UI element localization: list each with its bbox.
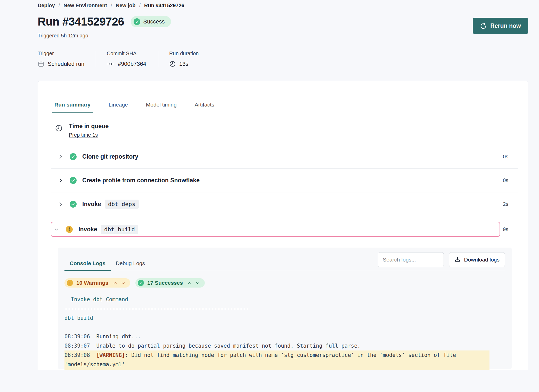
breadcrumb-separator: / <box>111 3 112 9</box>
breadcrumb-current-run: Run #341529726 <box>144 3 184 9</box>
rerun-now-button[interactable]: Rerun now <box>473 18 528 34</box>
download-logs-label: Download logs <box>464 257 500 263</box>
clock-icon <box>55 123 63 138</box>
warning-icon: ! <box>66 226 73 233</box>
breadcrumb-deploy[interactable]: Deploy <box>38 3 55 9</box>
step-command-chip: dbt deps <box>105 200 139 209</box>
warnings-badge[interactable]: ! 10 Warnings <box>64 278 130 288</box>
step-label: Invoke <box>82 201 101 208</box>
success-check-icon <box>70 201 77 208</box>
time-in-queue-section: Time in queue Prep time 1s <box>51 113 518 145</box>
breadcrumb-job[interactable]: New job <box>116 3 136 9</box>
caret-up-icon[interactable] <box>113 281 117 285</box>
console-log-output: Invoke dbt Command ---------------------… <box>64 295 505 370</box>
success-check-icon <box>70 177 77 184</box>
download-icon <box>454 257 461 263</box>
prep-time-link[interactable]: Prep time 1s <box>69 132 98 138</box>
chevron-down-icon[interactable] <box>54 227 60 232</box>
step-duration: 0s <box>500 154 518 160</box>
chevron-right-icon[interactable] <box>58 178 63 183</box>
step-create-profile[interactable]: Create profile from connection Snowflake… <box>51 169 518 192</box>
log-divider-line: ----------------------------------------… <box>64 304 505 313</box>
caret-down-icon[interactable] <box>121 281 125 285</box>
log-command-header: Invoke dbt Command <box>64 295 505 304</box>
card-tabs: Run summary Lineage Model timing Artifac… <box>51 102 518 113</box>
download-logs-button[interactable]: Download logs <box>449 252 505 267</box>
meta-commit-value: #900b7364 <box>118 61 146 67</box>
warnings-badge-label: 10 Warnings <box>76 280 108 286</box>
step-invoke-dbt-build[interactable]: ! Invoke dbt build <box>51 222 500 237</box>
warning-icon: ! <box>67 280 73 286</box>
step-invoke-dbt-deps[interactable]: Invoke dbt deps 2s <box>51 192 518 216</box>
search-logs-input[interactable] <box>378 252 444 267</box>
tab-debug-logs[interactable]: Debug Logs <box>111 255 150 271</box>
step-command-chip: dbt build <box>101 225 138 234</box>
meta-duration: Run duration 13s <box>169 51 221 67</box>
logs-actions: Download logs <box>378 252 505 267</box>
successes-badge-label: 17 Successes <box>147 280 183 286</box>
step-duration: 9s <box>500 226 518 232</box>
step-label: Invoke <box>78 226 97 233</box>
successes-badge[interactable]: 17 Successes <box>135 278 205 288</box>
tab-console-logs[interactable]: Console Logs <box>64 255 111 271</box>
tab-artifacts[interactable]: Artifacts <box>192 102 217 113</box>
time-in-queue-title: Time in queue <box>69 123 109 130</box>
meta-trigger-label: Trigger <box>38 51 84 56</box>
log-command: dbt build <box>64 313 505 323</box>
breadcrumb: Deploy / New Environment / New job / Run… <box>38 3 528 9</box>
refresh-icon <box>480 23 487 29</box>
calendar-icon <box>38 61 44 67</box>
breadcrumb-separator: / <box>59 3 60 9</box>
tab-lineage[interactable]: Lineage <box>106 102 130 113</box>
step-clone-git-repository[interactable]: Clone git repository 0s <box>51 145 518 169</box>
rerun-now-label: Rerun now <box>490 22 521 29</box>
status-badge: Success <box>131 16 171 27</box>
step-label: Clone git repository <box>82 153 138 160</box>
log-line-warning: 08:39:08 [WARNING]: Did not find matchin… <box>64 369 489 370</box>
chevron-right-icon[interactable] <box>58 154 63 160</box>
chevron-right-icon[interactable] <box>58 201 63 207</box>
run-meta: Trigger Scheduled run Commit SHA #900b73… <box>38 51 528 67</box>
tab-model-timing[interactable]: Model timing <box>143 102 179 113</box>
log-filter-badges: ! 10 Warnings 17 Successes <box>64 278 505 288</box>
status-badge-label: Success <box>143 18 165 25</box>
meta-trigger: Trigger Scheduled run <box>38 51 96 67</box>
run-page: Deploy / New Environment / New job / Run… <box>0 0 539 392</box>
breadcrumb-environment[interactable]: New Environment <box>63 3 107 9</box>
success-check-icon <box>134 18 140 25</box>
caret-down-icon[interactable] <box>196 281 200 285</box>
commit-icon <box>107 61 115 67</box>
log-line: 08:39:07 Unable to do partial parsing be… <box>64 341 505 350</box>
step-label: Create profile from connection Snowflake <box>82 177 200 184</box>
meta-duration-value: 13s <box>179 61 188 67</box>
breadcrumb-separator: / <box>139 3 141 9</box>
step-duration: 0s <box>500 177 518 183</box>
page-title: Run #341529726 <box>38 15 124 28</box>
tab-run-summary[interactable]: Run summary <box>52 102 93 113</box>
step-duration: 2s <box>500 201 518 207</box>
run-summary-card: Run summary Lineage Model timing Artifac… <box>38 81 528 370</box>
logs-tabs: Console Logs Debug Logs <box>64 255 378 271</box>
success-check-icon <box>70 153 77 160</box>
success-check-icon <box>138 280 144 286</box>
meta-trigger-value: Scheduled run <box>48 61 84 67</box>
triggered-text: Triggered 5h 12m ago <box>38 33 528 39</box>
log-line-warning: 08:39:08 [WARNING]: Did not find matchin… <box>64 350 489 369</box>
meta-duration-label: Run duration <box>169 51 209 56</box>
meta-commit: Commit SHA #900b7364 <box>107 51 158 67</box>
caret-up-icon[interactable] <box>188 281 192 285</box>
clock-icon <box>169 61 176 67</box>
step-invoke-dbt-build-row: ! Invoke dbt build 9s <box>51 222 518 237</box>
title-row: Run #341529726 Success <box>38 15 528 28</box>
logs-panel: Console Logs Debug Logs Download logs ! <box>58 248 512 369</box>
log-line: 08:39:06 Running dbt... <box>64 332 505 341</box>
meta-commit-label: Commit SHA <box>107 51 147 56</box>
logs-header: Console Logs Debug Logs Download logs <box>64 252 505 271</box>
